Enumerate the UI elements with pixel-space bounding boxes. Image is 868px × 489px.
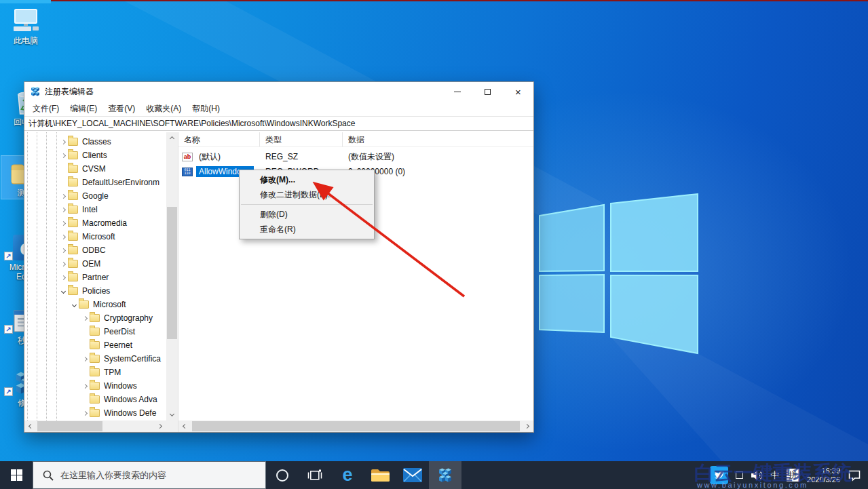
menu-file[interactable]: 文件(F) [27, 101, 64, 116]
chevron-right-icon[interactable] [58, 276, 68, 279]
tree-item-microsoft[interactable]: Microsoft [24, 230, 166, 243]
maximize-button[interactable] [472, 82, 503, 101]
tree-pane: ClassesClientsCVSMDefaultUserEnvironmGoo… [24, 132, 178, 432]
volume-icon[interactable] [751, 470, 763, 481]
chevron-right-icon[interactable] [80, 317, 90, 320]
tree-item-policies[interactable]: Policies [24, 284, 166, 298]
start-button[interactable] [0, 461, 33, 489]
tree-item-label: Windows Defe [104, 408, 156, 418]
chevron-right-icon[interactable] [80, 385, 90, 388]
folder-icon [68, 260, 78, 268]
chevron-right-icon[interactable] [80, 357, 90, 361]
search-icon [43, 470, 54, 481]
tree-vscroll-thumb[interactable] [167, 207, 177, 339]
chevron-right-icon[interactable] [58, 249, 68, 252]
menu-help[interactable]: 帮助(H) [187, 101, 225, 116]
tree-item-windows-defe[interactable]: Windows Defe [24, 406, 166, 420]
tree-item-odbc[interactable]: ODBC [24, 243, 166, 257]
tree-item-windows[interactable]: Windows [24, 379, 166, 393]
tree-item-peerdist[interactable]: PeerDist [24, 325, 166, 338]
chevron-right-icon[interactable] [58, 262, 68, 266]
tree-item-defaultuserenvironm[interactable]: DefaultUserEnvironm [24, 176, 166, 189]
chevron-right-icon[interactable] [58, 154, 68, 157]
mail-button[interactable] [396, 461, 429, 489]
context-item-重命名-r[interactable]: 重命名(R) [240, 222, 374, 237]
scroll-left-icon[interactable] [24, 420, 36, 432]
folder-icon [68, 151, 78, 159]
top-left-fragment [0, 0, 51, 3]
tray-misc-icon[interactable] [736, 471, 743, 479]
file-explorer-button[interactable] [364, 461, 396, 489]
value-row-默认[interactable]: ab(默认)REG_SZ(数值未设置) [178, 149, 533, 164]
folder-icon [90, 368, 100, 376]
column-header-数据[interactable]: 数据 [343, 132, 533, 146]
tree-item-google[interactable]: Google [24, 189, 166, 203]
folder-icon [68, 273, 78, 281]
ime-pinyin-indicator[interactable]: 拼 [787, 469, 799, 482]
menu-favorites[interactable]: 收藏夹(A) [140, 101, 187, 116]
tree-hscroll-thumb[interactable] [37, 421, 102, 431]
tree-item-systemcertifica[interactable]: SystemCertifica [24, 352, 166, 366]
list-hscroll-thumb[interactable] [192, 421, 520, 431]
tree-item-macromedia[interactable]: Macromedia [24, 216, 166, 230]
menu-view[interactable]: 查看(V) [102, 101, 140, 116]
tree-item-clients[interactable]: Clients [24, 149, 166, 162]
address-bar[interactable]: 计算机\HKEY_LOCAL_MACHINE\SOFTWARE\Policies… [24, 116, 533, 131]
scroll-down-icon[interactable] [166, 409, 178, 420]
minimize-button[interactable] [442, 82, 472, 101]
tree-item-windows-adva[interactable]: Windows Adva [24, 393, 166, 406]
cortana-button[interactable] [266, 461, 299, 489]
mail-icon [403, 468, 422, 482]
chevron-right-icon[interactable] [58, 195, 68, 198]
tree-item-label: CVSM [82, 164, 106, 174]
registry-editor-taskbar-button[interactable] [429, 461, 461, 489]
chevron-right-icon[interactable] [58, 140, 68, 144]
action-center-icon[interactable] [848, 469, 861, 482]
shortcut-arrow-icon: ↗ [4, 252, 13, 260]
scroll-right-icon[interactable] [522, 420, 533, 432]
task-view-button[interactable] [299, 461, 331, 489]
ime-language-indicator[interactable]: 中 [770, 469, 779, 482]
tree-vertical-scrollbar[interactable] [166, 132, 178, 420]
tree-item-partner[interactable]: Partner [24, 271, 166, 284]
chevron-right-icon[interactable] [58, 208, 68, 212]
desktop-icon-this-pc[interactable]: 此电脑 [1, 4, 50, 47]
tree-item-oem[interactable]: OEM [24, 257, 166, 271]
tree-horizontal-scrollbar[interactable] [24, 420, 166, 432]
menu-edit[interactable]: 编辑(E) [64, 101, 102, 116]
chevron-right-icon[interactable] [80, 412, 90, 415]
edge-button[interactable]: e [331, 461, 364, 489]
chevron-down-icon[interactable] [69, 303, 79, 307]
taskbar-clock[interactable]: 16:39 2020/3/26 [807, 467, 840, 484]
context-item-修改-m[interactable]: 修改(M)... [240, 172, 374, 187]
tree-item-cvsm[interactable]: CVSM [24, 162, 166, 176]
scroll-up-icon[interactable] [166, 132, 178, 144]
tree-item-microsoft[interactable]: Microsoft [24, 298, 166, 311]
scroll-right-icon[interactable] [155, 420, 166, 432]
tree-item-classes[interactable]: Classes [24, 135, 166, 149]
tree-item-tpm[interactable]: TPM [24, 366, 166, 379]
list-horizontal-scrollbar[interactable] [178, 420, 533, 432]
folder-icon [90, 355, 100, 363]
tree-item-label: Clients [82, 151, 107, 160]
column-header-类型[interactable]: 类型 [260, 132, 343, 146]
chevron-right-icon[interactable] [58, 235, 68, 239]
chevron-down-icon[interactable] [58, 290, 68, 293]
tree-item-label: Partner [82, 273, 109, 282]
tree-item-label: Classes [82, 137, 111, 146]
taskbar-search-input[interactable]: 在这里输入你要搜索的内容 [33, 461, 266, 489]
context-item-删除-d[interactable]: 删除(D) [240, 207, 374, 222]
tree-item-peernet[interactable]: Peernet [24, 338, 166, 352]
chevron-right-icon[interactable] [58, 222, 68, 225]
twitter-tray-button[interactable] [710, 466, 728, 484]
value-type-cell: REG_SZ [260, 152, 343, 161]
scrollbar-corner [166, 420, 178, 432]
close-button[interactable]: × [503, 82, 533, 101]
tree-item-intel[interactable]: Intel [24, 203, 166, 216]
column-header-名称[interactable]: 名称 [178, 132, 260, 146]
scroll-left-icon[interactable] [178, 420, 190, 432]
registry-path: 计算机\HKEY_LOCAL_MACHINE\SOFTWARE\Policies… [29, 118, 355, 130]
context-item-修改二进制数据-b[interactable]: 修改二进制数据(B)... [240, 187, 374, 202]
title-bar[interactable]: 注册表编辑器 × [24, 82, 533, 101]
tree-item-cryptography[interactable]: Cryptography [24, 311, 166, 325]
